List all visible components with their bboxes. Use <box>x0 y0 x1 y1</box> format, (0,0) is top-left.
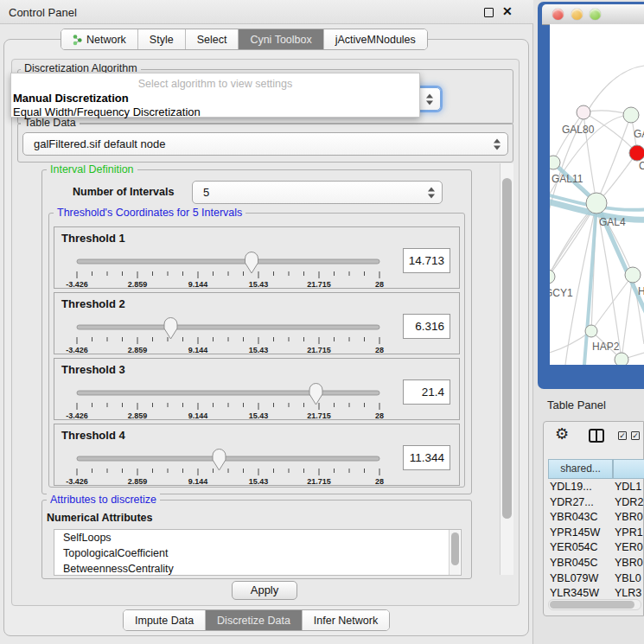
float-window-icon[interactable] <box>484 8 494 17</box>
table-cell[interactable]: YLR345W <box>550 586 611 596</box>
network-node[interactable] <box>625 267 641 283</box>
table-row[interactable]: YDL19...YDL1 <box>548 480 644 495</box>
table-row[interactable]: YPR145WYPR1 <box>548 526 644 541</box>
threshold-slider[interactable]: -3.4262.8599.14415.4321.71528 <box>61 445 399 485</box>
minimize-traffic-light-icon[interactable] <box>571 9 583 20</box>
table-cell[interactable]: YDR27... <box>550 495 611 511</box>
number-of-intervals-label: Number of Intervals <box>73 186 174 198</box>
slider-thumb[interactable] <box>309 384 322 405</box>
network-node[interactable] <box>550 270 555 284</box>
node-table[interactable]: shared...naYDL19...YDL1YDR27...YDR2YBR04… <box>548 459 644 596</box>
dropdown-item-manual-discretization[interactable]: Manual Discretization <box>13 92 129 105</box>
table-data-value: galFiltered.sif default node <box>34 137 165 150</box>
threshold-slider[interactable]: -3.4262.8599.14415.4321.71528 <box>61 314 399 354</box>
panel-title: Control Panel <box>9 6 77 19</box>
tab-infer-network[interactable]: Infer Network <box>303 610 389 630</box>
svg-text:-3.426: -3.426 <box>66 411 88 419</box>
slider-thumb[interactable] <box>164 318 177 339</box>
table-row[interactable]: YLR345WYLR3 <box>548 586 644 596</box>
threshold-slider[interactable]: -3.4262.8599.14415.4321.71528 <box>61 379 399 419</box>
table-cell[interactable]: YBL0 <box>615 571 644 587</box>
attribute-item-selfloops[interactable]: SelfLoops <box>54 530 461 545</box>
table-row[interactable]: YBR043CYBR0 <box>548 510 644 526</box>
svg-text:9.144: 9.144 <box>188 280 208 288</box>
main-scrollbar[interactable] <box>500 163 513 575</box>
attribute-item-betweennesscentrality[interactable]: BetweennessCentrality <box>54 561 461 576</box>
table-horizontal-scrollbar[interactable] <box>548 599 641 610</box>
table-cell[interactable]: YER054C <box>550 540 611 556</box>
tab-jactivemnodules[interactable]: jActiveMNodules <box>324 29 427 49</box>
tab-style[interactable]: Style <box>138 29 186 49</box>
tab-select[interactable]: Select <box>186 29 239 49</box>
dropdown-item-equal-width-frequency[interactable]: Equal Width/Frequency Discretization <box>13 105 201 118</box>
tab-network[interactable]: Network <box>61 29 138 49</box>
network-node[interactable] <box>623 107 639 123</box>
threshold-value-field[interactable]: 6.316 <box>403 314 450 339</box>
table-header-shared-[interactable]: shared... <box>548 459 613 479</box>
tab-label: Network <box>86 34 126 46</box>
table-cell[interactable]: YBL079W <box>550 571 611 587</box>
threshold-slider[interactable]: -3.4262.8599.14415.4321.71528 <box>61 248 399 288</box>
select-columns-icon[interactable]: ✓ <box>618 431 627 440</box>
attributes-list-scrollbar[interactable] <box>449 530 460 575</box>
svg-text:21.715: 21.715 <box>307 411 331 419</box>
zoom-traffic-light-icon[interactable] <box>590 9 601 20</box>
network-node[interactable] <box>615 353 628 365</box>
threshold-value-field[interactable]: 11.344 <box>403 445 450 470</box>
main-scrollbar-thumb[interactable] <box>502 178 512 519</box>
column-layout-icon[interactable] <box>589 429 604 443</box>
table-cell[interactable]: YBR0 <box>615 510 644 526</box>
table-row[interactable]: YBR045CYBR0 <box>548 556 644 571</box>
tab-impute-data[interactable]: Impute Data <box>124 610 206 630</box>
table-cell[interactable]: YDR2 <box>615 495 644 511</box>
network-window-titlebar[interactable] <box>542 4 644 25</box>
close-icon[interactable]: ✕ <box>502 4 513 18</box>
number-of-intervals-combobox[interactable]: 5 <box>192 181 443 204</box>
svg-text:21.715: 21.715 <box>307 280 331 288</box>
table-cell[interactable]: YBR045C <box>550 556 611 571</box>
network-node[interactable] <box>577 105 590 119</box>
threshold-value-field[interactable]: 21.4 <box>403 379 450 405</box>
tab-discretize-data[interactable]: Discretize Data <box>206 610 303 630</box>
network-canvas[interactable]: GAL80GACGAL11GAL4GCY1HHAP2 <box>550 24 644 365</box>
table-cell[interactable]: YLR3 <box>615 586 644 596</box>
network-node[interactable] <box>550 156 560 169</box>
table-cell[interactable]: YPR145W <box>550 526 611 541</box>
table-data-combobox[interactable]: galFiltered.sif default node <box>22 132 508 156</box>
network-node[interactable] <box>586 193 607 214</box>
tab-label: Style <box>150 34 174 46</box>
node-label: GCY1 <box>550 287 573 299</box>
tab-label: Discretize Data <box>217 615 290 627</box>
attribute-item-topologicalcoefficient[interactable]: TopologicalCoefficient <box>54 545 461 561</box>
network-node[interactable] <box>629 145 644 161</box>
network-node[interactable] <box>585 325 597 337</box>
node-label: GA <box>634 128 644 140</box>
combobox-stepper-icon <box>428 187 435 198</box>
apply-button[interactable]: Apply <box>232 581 297 600</box>
svg-text:15.43: 15.43 <box>249 411 269 419</box>
numerical-attributes-list[interactable]: SelfLoopsTopologicalCoefficientBetweenne… <box>54 529 462 576</box>
tab-cyni-toolbox[interactable]: Cyni Toolbox <box>239 29 323 49</box>
close-traffic-light-icon[interactable] <box>552 9 564 20</box>
network-view-window[interactable]: GAL80GACGAL11GAL4GCY1HHAP2 <box>538 2 644 389</box>
table-cell[interactable]: YER0 <box>615 540 644 556</box>
gear-icon[interactable]: ⚙ <box>555 424 569 443</box>
attributes-scrollbar-thumb[interactable] <box>451 532 459 565</box>
table-cell[interactable]: YBR0 <box>615 556 644 571</box>
table-row[interactable]: YDR27...YDR2 <box>548 495 644 511</box>
table-cell[interactable]: YDL1 <box>615 480 644 495</box>
slider-thumb[interactable] <box>213 450 226 471</box>
threshold-value-field[interactable]: 14.713 <box>403 248 450 273</box>
threshold-panel-2: Threshold 2-3.4262.8599.14415.4321.71528… <box>54 292 460 354</box>
network-edge <box>553 112 583 163</box>
slider-thumb[interactable] <box>245 252 258 274</box>
table-header-na[interactable]: na <box>613 459 644 479</box>
select-all-columns-icon[interactable]: ✓ <box>631 431 640 440</box>
table-cell[interactable]: YBR043C <box>550 510 611 526</box>
node-label: C <box>639 160 644 172</box>
table-cell[interactable]: YPR1 <box>615 526 644 541</box>
table-hscrollbar-thumb[interactable] <box>550 601 634 609</box>
table-row[interactable]: YBL079WYBL0 <box>548 571 644 587</box>
table-cell[interactable]: YDL19... <box>550 480 611 495</box>
table-row[interactable]: YER054CYER0 <box>548 540 644 556</box>
